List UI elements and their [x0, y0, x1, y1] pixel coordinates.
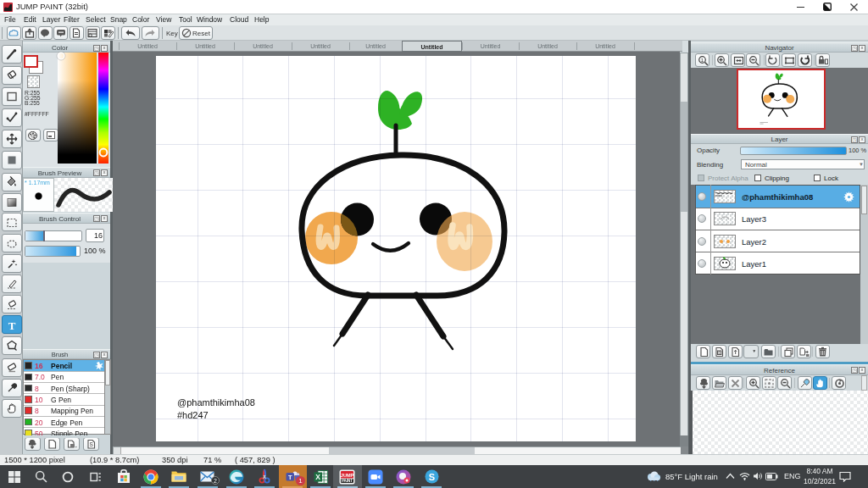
- svg-text:JUMP: JUMP: [341, 473, 354, 478]
- svg-text:PAINT: PAINT: [342, 479, 353, 483]
- svg-text:T: T: [8, 319, 15, 331]
- svg-text:1: 1: [700, 58, 704, 63]
- svg-text:T: T: [288, 474, 292, 481]
- svg-text:X: X: [315, 473, 320, 481]
- svg-text:B: B: [718, 350, 721, 354]
- svg-text:S: S: [429, 472, 435, 482]
- svg-text:S: S: [89, 441, 93, 447]
